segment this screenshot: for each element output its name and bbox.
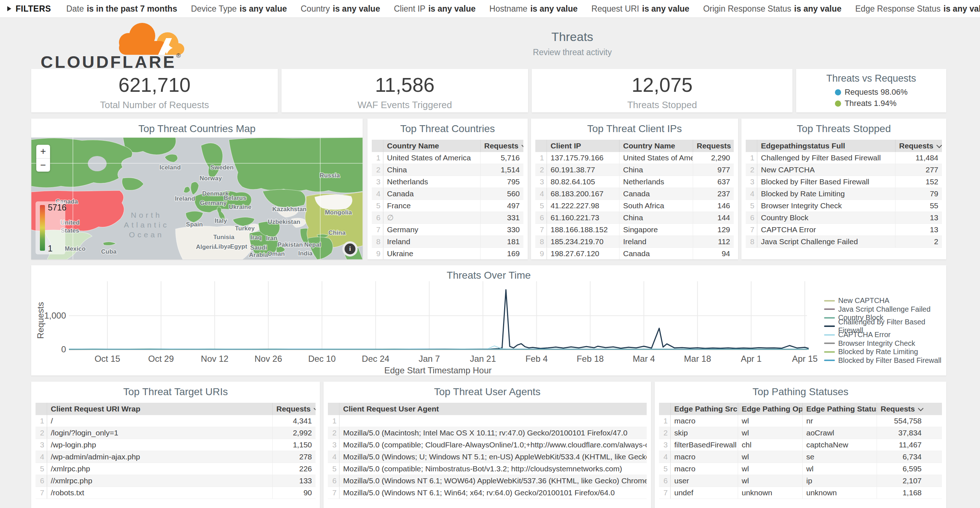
legend-line-swatch (824, 342, 835, 344)
chart-legend-item[interactable]: Blocked by Filter Based Firewall (824, 356, 946, 365)
table-cell: 331 (480, 212, 523, 223)
card-title: Top Threat User Agents (323, 382, 651, 399)
legend-line-swatch (824, 325, 835, 327)
table-cell: ip (803, 475, 877, 487)
table-cell: se (803, 451, 877, 463)
table-cell: Canada (619, 248, 693, 260)
column-header-label: Requests (881, 404, 915, 413)
world-map-svg: North Atlantic Ocean Canada United State… (31, 137, 363, 260)
table-row: 2Mozilla/5.0 (Macintosh; Intel Mac OS X … (328, 427, 647, 439)
row-rank: 7 (535, 224, 547, 236)
filter-field-label: Client IP (394, 4, 425, 13)
chart-legend-item[interactable]: Browser Integrity Check (824, 339, 946, 348)
kpi-value: 12,075 (532, 73, 792, 97)
filters-label: FILTERS (16, 4, 51, 14)
table-row: 7undefunknownunknown1,168 (659, 487, 942, 499)
table-cell: 79 (896, 188, 942, 199)
filter-item[interactable]: Device Typeis any value (191, 4, 287, 14)
legend-item[interactable]: Requests 98.06% (835, 86, 908, 98)
map-legend-min: 1 (48, 244, 52, 254)
column-header[interactable]: Requests (877, 403, 942, 415)
table-cell: wl (738, 427, 803, 439)
kpi-value: 621,710 (31, 73, 278, 97)
map-label-turkey: Turkey (235, 225, 255, 232)
ocean-label: North (131, 211, 162, 219)
table-cell: 55 (896, 200, 942, 212)
table-row: 8185.234.219.70Ireland112 (535, 236, 734, 248)
table-cell: CAPTCHA Error (757, 224, 896, 236)
filter-item[interactable]: Origin Response Statusis any value (703, 4, 842, 14)
table-header-row: Client Request User Agent (328, 403, 647, 415)
card-title: Threats vs Requests (796, 69, 946, 83)
column-header[interactable]: Requests (273, 403, 315, 415)
chart-legend-item[interactable]: Challenged by Filter Based Firewall (824, 322, 946, 331)
threats-vs-requests-legend: Requests 98.06%Threats 1.94% (835, 86, 908, 109)
table-cell: nr (803, 415, 877, 427)
table-cell: 94 (693, 248, 734, 260)
table-row: 5France497 (372, 200, 523, 212)
table-row: 3Mozilla/5.0 (compatible; CloudFlare-Alw… (328, 439, 647, 451)
table-cell: 129 (693, 224, 734, 236)
filter-item[interactable]: Dateis in the past 7 months (66, 4, 177, 14)
table-row: 260.191.38.77China977 (535, 164, 734, 176)
page-header: Threats Review threat activity (533, 30, 611, 57)
column-header-label: Edgepathingstatus Full (761, 142, 845, 150)
table-row: 3/wp-login.php1,150 (35, 439, 315, 451)
threat-countries-map-card: Top Threat Countries Map (31, 119, 363, 260)
chart-legend-item[interactable]: Java Script Challenge Failed (824, 305, 946, 314)
map-info-button[interactable]: i (342, 241, 358, 256)
table-cell: 2,992 (273, 427, 315, 439)
column-header[interactable]: Requests (480, 140, 523, 152)
svg-text:Mar 18: Mar 18 (684, 354, 711, 363)
table-cell: 80.82.64.105 (547, 176, 619, 188)
table-cell: 6,734 (877, 451, 942, 463)
map-label-uzbekistan: Uzbekistan (268, 218, 300, 225)
column-header[interactable]: Requests (896, 140, 942, 152)
column-header[interactable]: Requests (693, 140, 734, 152)
svg-text:Dec 10: Dec 10 (308, 354, 336, 363)
filter-item[interactable]: Countryis any value (301, 4, 380, 14)
top-threats-stopped-table: Edgepathingstatus FullRequests1Challenge… (746, 140, 942, 248)
row-rank: 4 (35, 451, 47, 463)
filter-item[interactable]: Edge Response Statusis any value (855, 4, 980, 14)
legend-item[interactable]: Threats 1.94% (835, 98, 908, 109)
column-header: Edge Pathing Src (671, 403, 738, 415)
filters-toggle[interactable]: FILTERS (7, 4, 51, 14)
row-rank: 3 (659, 439, 671, 451)
zoom-in-button[interactable]: + (36, 145, 50, 159)
table-cell: China (619, 164, 693, 176)
table-cell: user (671, 475, 738, 487)
svg-text:Apr 1: Apr 1 (741, 354, 761, 363)
rank-column-header (372, 140, 383, 152)
filter-item[interactable]: Hostnameis any value (489, 4, 578, 14)
chart-legend-item[interactable]: Blocked by Rate Limiting (824, 348, 946, 356)
table-cell: 169 (480, 248, 523, 260)
table-row: 7CAPTCHA Error13 (746, 224, 942, 236)
table-cell: filterBasedFirewall (671, 439, 738, 451)
table-cell: Mozilla/5.0 (Macintosh; Intel Mac OS X 1… (339, 427, 647, 439)
legend-label: New CAPTCHA (838, 296, 889, 305)
column-header: Country Name (383, 140, 480, 152)
filter-item[interactable]: Request URIis any value (592, 4, 689, 14)
table-cell: 277 (896, 164, 942, 176)
map-zoom-control: + − (36, 145, 50, 172)
map-label-china: China (328, 229, 346, 236)
table-row: 468.183.200.167Canada237 (535, 188, 734, 200)
world-map[interactable]: North Atlantic Ocean Canada United State… (31, 137, 363, 260)
row-rank: 2 (328, 427, 339, 439)
map-label-italy: Italy (215, 217, 228, 224)
table-row: 2skipwlaoCrawl37,834 (659, 427, 942, 439)
table-row: 6∅331 (372, 212, 523, 224)
table-cell: Challenged by Filter Based Firewall (757, 152, 896, 164)
table-cell: 112 (693, 236, 734, 247)
table-row: 380.82.64.105Netherlands637 (535, 176, 734, 188)
row-rank: 6 (328, 475, 339, 487)
column-header: Edge Pathing Op (738, 403, 803, 415)
threats-over-time-card: Oct 15Oct 29Nov 12Nov 26Dec 10Dec 24Jan … (31, 265, 946, 376)
filter-item[interactable]: Client IPis any value (394, 4, 476, 14)
zoom-out-button[interactable]: − (36, 159, 50, 172)
table-cell: Java Script Challenge Failed (757, 236, 896, 247)
sort-chevron-down-icon (918, 406, 923, 411)
chart-legend-item[interactable]: New CAPTCHA (824, 296, 946, 305)
kpi-total-requests: 621,710 Total Number of Requests (31, 69, 278, 113)
